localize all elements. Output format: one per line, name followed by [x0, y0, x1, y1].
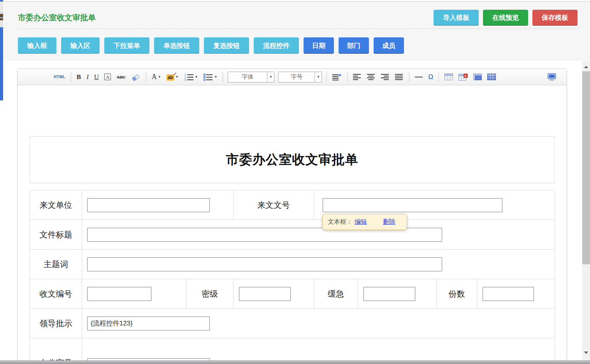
control-tooltip: 文本框： 编辑 删除 [322, 214, 407, 230]
underline-button[interactable]: U [93, 72, 100, 82]
table-row: 文件标题 [30, 220, 555, 250]
edit-link[interactable]: 编辑 [355, 218, 367, 226]
format-block-button[interactable]: A [103, 73, 112, 81]
eraser-icon[interactable] [130, 72, 142, 82]
add-member-button[interactable]: 成员 [374, 37, 404, 54]
italic-button[interactable]: I [85, 72, 90, 82]
toolbar-separator [146, 72, 146, 82]
page-title: 市委办公室收文审批单 [18, 12, 96, 23]
chevron-down-icon: ▼ [158, 75, 161, 79]
chevron-down-icon: ▼ [267, 72, 274, 82]
browser-edge-strip [0, 0, 3, 100]
tooltip-label: 文本框： [328, 218, 353, 226]
align-right-button[interactable] [379, 73, 391, 81]
table-row: 主题词 [30, 250, 555, 279]
toolbar-separator [409, 72, 409, 82]
doc-title-label: 文件标题 [30, 220, 82, 250]
bold-button[interactable]: B [75, 72, 83, 82]
unordered-list-button[interactable]: ▼ [202, 72, 219, 82]
receipt-number-label: 收文编号 [30, 279, 82, 309]
scrollbar-thumb[interactable] [582, 71, 590, 264]
copies-label: 份数 [437, 279, 477, 309]
form-title-box: 市委办公室收文审批单 [30, 136, 555, 183]
add-textarea-button[interactable]: 输入区 [61, 37, 100, 54]
fullscreen-button[interactable] [546, 72, 558, 82]
edge-blue-top [0, 0, 3, 2]
secrecy-input[interactable] [239, 287, 291, 301]
dashed-divider [18, 28, 574, 29]
control-button-row: 输入框 输入区 下拉菜单 单选按钮 复选按钮 流程控件 日期 部门 成员 [18, 37, 404, 54]
doc-number-input[interactable] [323, 198, 502, 212]
add-checkbox-button[interactable]: 复选按钮 [204, 37, 249, 54]
add-department-button[interactable]: 部门 [339, 37, 369, 54]
svg-text:3: 3 [184, 79, 186, 81]
copies-input[interactable] [483, 287, 534, 301]
add-date-button[interactable]: 日期 [304, 37, 334, 54]
leader-note-input[interactable] [87, 317, 210, 331]
strikethrough-button[interactable]: ABC [115, 74, 127, 80]
cell-properties-button[interactable] [486, 73, 497, 81]
form-title: 市委办公室收文审批单 [226, 151, 358, 169]
table-row: 领导批示 [30, 309, 555, 338]
receipt-number-input[interactable] [87, 287, 151, 301]
add-radio-button[interactable]: 单选按钮 [154, 37, 199, 54]
edge-mark [0, 17, 3, 18]
html-source-button[interactable]: HTML [52, 74, 67, 80]
chevron-down-icon: ▼ [214, 75, 217, 79]
toolbar-separator [327, 72, 327, 82]
add-dropdown-button[interactable]: 下拉菜单 [104, 37, 149, 54]
keywords-label: 主题词 [30, 250, 82, 279]
add-flow-control-button[interactable]: 流程控件 [254, 37, 299, 54]
urgency-label: 缓急 [314, 279, 358, 309]
secrecy-label: 密级 [186, 279, 234, 309]
save-template-button[interactable]: 保存模板 [532, 10, 578, 26]
align-center-button[interactable] [365, 73, 377, 81]
highlight-color-button[interactable]: ab ▼ [165, 73, 180, 81]
vertical-scrollbar[interactable] [582, 61, 590, 360]
delete-link[interactable]: 删除 [383, 218, 395, 226]
toolbar-separator [71, 72, 71, 82]
urgency-input[interactable] [363, 287, 415, 301]
import-template-button[interactable]: 导入模板 [434, 10, 479, 26]
indent-button[interactable] [331, 73, 343, 81]
leader-note-label: 领导批示 [30, 309, 82, 338]
scroll-down-arrow[interactable] [582, 349, 590, 356]
editor-toolbar: HTML B I U A ABC A ▼ [18, 69, 567, 85]
horizontal-rule-button[interactable] [413, 76, 424, 78]
delete-table-button[interactable]: × [457, 73, 469, 81]
page-header: 市委办公室收文审批单 导入模板 在线预览 保存模板 输入框 输入区 下拉菜单 单… [3, 1, 590, 61]
add-input-box-button[interactable]: 输入框 [18, 37, 56, 54]
toolbar-separator [347, 72, 348, 82]
editor-canvas[interactable]: 市委办公室收文审批单 来文单位 来文文号 文件标题 主 [18, 136, 567, 364]
align-justify-button[interactable] [393, 73, 405, 81]
svg-text:×: × [464, 74, 466, 77]
ordered-list-button[interactable]: 1 2 3 ▼ [183, 72, 200, 82]
edge-mark [0, 12, 3, 14]
chevron-down-icon: ▼ [314, 72, 321, 82]
doc-number-label: 来文文号 [234, 190, 314, 220]
source-unit-label: 来文单位 [30, 190, 82, 220]
source-unit-input[interactable] [87, 198, 210, 212]
rich-text-editor: HTML B I U A ABC A ▼ [17, 69, 567, 364]
approval-form-table: 来文单位 来文文号 文件标题 主题词 收文编号 密级 [30, 190, 555, 364]
special-char-button[interactable]: Ω [427, 72, 435, 82]
font-family-select[interactable]: 字体 ▼ [228, 72, 274, 83]
insert-table-button[interactable] [443, 73, 455, 81]
scroll-up-arrow[interactable] [582, 63, 590, 70]
header-actions: 导入模板 在线预览 保存模板 [434, 10, 578, 26]
toolbar-separator [223, 72, 223, 82]
pencil-icon [173, 72, 177, 76]
online-preview-button[interactable]: 在线预览 [483, 10, 528, 26]
table-properties-button[interactable] [472, 73, 483, 81]
font-size-select[interactable]: 字号 ▼ [278, 72, 322, 83]
table-row: 收文编号 密级 缓急 份数 [30, 279, 555, 309]
align-left-button[interactable] [351, 73, 363, 81]
window-bottom-edge [0, 360, 590, 364]
edge-blue-bar [0, 27, 3, 100]
font-color-button[interactable]: A ▼ [150, 72, 163, 82]
app-window: 市委办公室收文审批单 导入模板 在线预览 保存模板 输入框 输入区 下拉菜单 单… [0, 0, 590, 364]
table-row: 来文单位 来文文号 [30, 190, 555, 220]
keywords-input[interactable] [87, 257, 442, 271]
toolbar-separator [439, 72, 439, 82]
chevron-down-icon: ▼ [195, 75, 198, 79]
